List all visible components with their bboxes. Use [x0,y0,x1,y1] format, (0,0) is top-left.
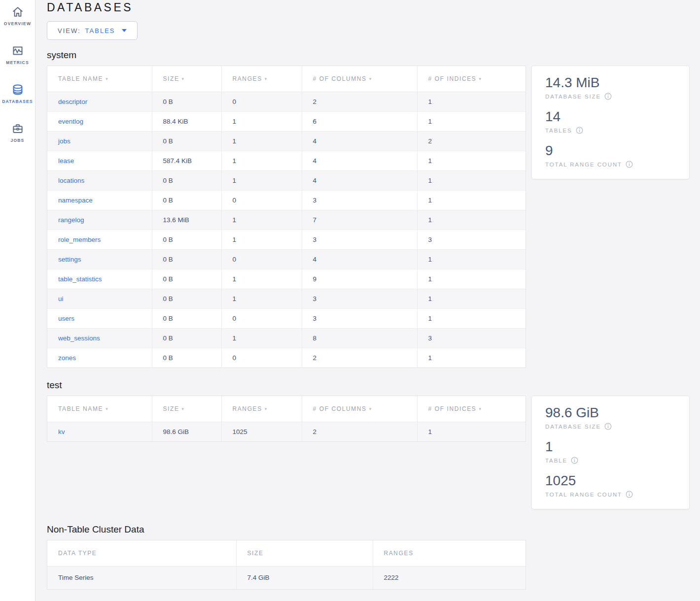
cell-value: 4 [313,177,317,184]
metrics-icon [11,44,25,58]
table-link[interactable]: web_sessions [58,334,100,342]
table-cell: 0 B [152,289,221,308]
sort-caret-icon: ▾ [182,76,185,81]
table-cell: 4 [302,151,417,170]
stat-label-text: DATABASE SIZE [545,424,601,430]
table-link[interactable]: locations [58,177,84,184]
table-cell: 0 B [152,328,221,348]
table-row: web_sessions0 B183 [47,328,525,348]
table-link[interactable]: settings [58,256,81,263]
data-table: TABLE NAME▾SIZE▾RANGES▾# OF COLUMNS▾# OF… [47,66,525,367]
cell-value: 3 [313,315,317,322]
table-row: namespace0 B031 [47,190,525,210]
sidebar-item-overview[interactable]: OVERVIEW [0,5,35,26]
column-header-size[interactable]: SIZE▾ [152,66,221,92]
column-header-of-indices[interactable]: # OF INDICES▾ [417,66,525,92]
table-cell: 1 [417,170,525,190]
info-icon[interactable] [576,127,583,134]
system-summary-card: 14.3 MiBDATABASE SIZE14TABLES9TOTAL RANG… [531,66,690,179]
table-link[interactable]: jobs [58,137,70,145]
data-table: DATA TYPESIZERANGESTime Series7.4 GiB222… [47,540,525,589]
table-cell: 1 [417,92,525,111]
info-icon[interactable] [626,161,633,168]
table-row: role_members0 B133 [47,230,525,249]
table-cell: 3 [417,230,525,249]
view-selector-value: TABLES [85,27,115,34]
database-sections: systemTABLE NAME▾SIZE▾RANGES▾# OF COLUMN… [47,50,700,590]
view-selector-dropdown[interactable]: VIEW: TABLES [47,21,138,40]
sidebar-item-jobs[interactable]: JOBS [0,122,35,143]
table-cell: 2222 [373,566,525,589]
column-header-ranges[interactable]: RANGES▾ [221,66,302,92]
cell-value: 4 [313,157,317,165]
column-header-of-columns[interactable]: # OF COLUMNS▾ [302,396,417,422]
table-link[interactable]: descriptor [58,98,87,105]
stat-block: 1TABLE [545,438,676,464]
column-header-ranges[interactable]: RANGES▾ [221,396,302,422]
cell-value: 1 [233,118,237,125]
column-header-label: TABLE NAME [58,405,103,412]
column-header-table-name[interactable]: TABLE NAME▾ [47,396,152,422]
table-row: kv98.6 GiB102521 [47,422,525,441]
info-icon[interactable] [604,93,612,100]
table-name-cell: locations [47,170,152,190]
table-link[interactable]: kv [58,428,65,435]
table-row: table_statistics0 B191 [47,269,525,289]
table-link[interactable]: ui [58,295,64,302]
table-link[interactable]: role_members [58,236,101,243]
info-icon[interactable] [604,423,612,430]
stat-value: 98.6 GiB [545,404,676,422]
cell-value: 98.6 GiB [163,428,189,435]
info-icon[interactable] [626,491,633,498]
cell-value: 3 [313,197,317,204]
column-header-of-indices[interactable]: # OF INDICES▾ [417,396,525,422]
table-link[interactable]: zones [58,354,76,362]
section-row: DATA TYPESIZERANGESTime Series7.4 GiB222… [47,540,700,590]
stat-label: TABLES [545,127,676,134]
cell-value: 0 B [163,275,173,283]
column-header-label: # OF INDICES [428,405,477,412]
cell-value: 3 [313,236,317,243]
table-cell: 1 [417,269,525,289]
cell-value: 0 B [163,236,173,243]
column-header-table-name[interactable]: TABLE NAME▾ [47,66,152,92]
table-cell: 0 [221,308,302,328]
section-title-non-table-cluster-data: Non-Table Cluster Data [47,524,700,535]
stat-label-text: TABLE [545,458,567,464]
cell-value: 0 B [163,256,173,263]
table-link[interactable]: table_statistics [58,275,102,283]
cell-value: 0 [233,98,237,105]
column-header-size[interactable]: SIZE▾ [152,396,221,422]
stat-block: 1025TOTAL RANGE COUNT [545,472,676,498]
table-cell: 98.6 GiB [152,422,221,441]
table-row: locations0 B141 [47,170,525,190]
cell-value: 1025 [233,428,247,435]
sidebar-item-databases[interactable]: DATABASES [0,83,35,104]
cell-value: 3 [313,295,317,302]
app-root: OVERVIEWMETRICSDATABASESJOBS DATABASES V… [0,0,700,601]
sidebar-item-metrics[interactable]: METRICS [0,44,35,65]
cell-value: 7.4 GiB [247,574,270,581]
table-link[interactable]: rangelog [58,216,84,224]
info-icon[interactable] [571,457,578,464]
table-link[interactable]: lease [58,157,74,165]
table-row: rangelog13.6 MiB171 [47,210,525,230]
cell-value: 1 [233,177,237,184]
table-row: descriptor0 B021 [47,92,525,111]
sort-caret-icon: ▾ [182,406,185,411]
table-cell: 2 [302,348,417,367]
table-link[interactable]: eventlog [58,118,83,125]
stat-block: 98.6 GiBDATABASE SIZE [545,404,676,430]
table-cell: 3 [302,230,417,249]
column-header-label: SIZE [247,550,264,557]
column-header-label: RANGES [233,75,262,82]
table-link[interactable]: users [58,315,74,322]
table-cell: 7.4 GiB [236,566,373,589]
table-link[interactable]: namespace [58,197,93,204]
cell-value: 587.4 KiB [163,157,192,165]
sidebar-item-label: METRICS [6,60,29,65]
column-header-of-columns[interactable]: # OF COLUMNS▾ [302,66,417,92]
test-table: TABLE NAME▾SIZE▾RANGES▾# OF COLUMNS▾# OF… [47,396,526,442]
cell-value: 8 [313,334,317,342]
table-cell: 1 [417,190,525,210]
